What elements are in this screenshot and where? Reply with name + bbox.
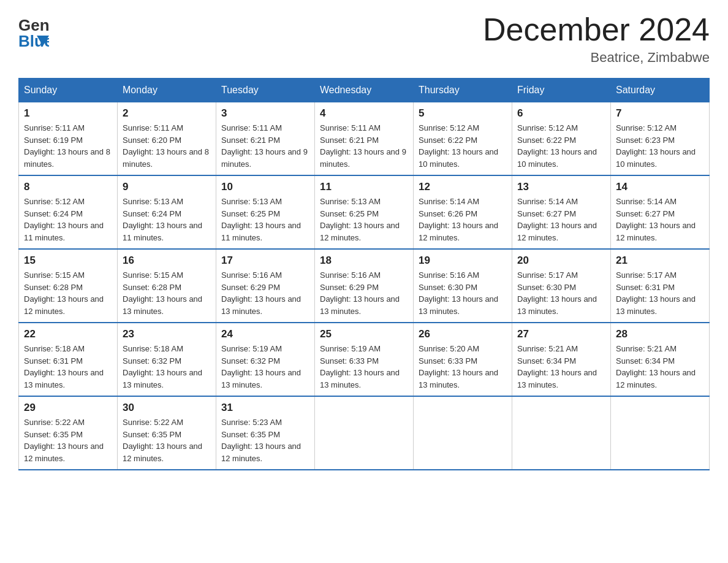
day-number: 21 <box>616 255 704 267</box>
calendar-week-row: 22 Sunrise: 5:18 AMSunset: 6:31 PMDaylig… <box>19 323 710 396</box>
day-number: 14 <box>616 181 704 193</box>
calendar-cell: 28 Sunrise: 5:21 AMSunset: 6:34 PMDaylig… <box>611 323 710 396</box>
day-number: 16 <box>123 255 211 267</box>
weekday-header-tuesday: Tuesday <box>216 79 315 102</box>
calendar-cell: 16 Sunrise: 5:15 AMSunset: 6:28 PMDaylig… <box>118 249 216 323</box>
day-info: Sunrise: 5:11 AMSunset: 6:21 PMDaylight:… <box>221 123 308 169</box>
day-info: Sunrise: 5:12 AMSunset: 6:22 PMDaylight:… <box>517 123 597 169</box>
title-area: December 2024 Beatrice, Zimbabwe <box>483 12 710 66</box>
day-number: 3 <box>221 107 309 120</box>
day-info: Sunrise: 5:19 AMSunset: 6:32 PMDaylight:… <box>221 344 301 389</box>
calendar-week-row: 15 Sunrise: 5:15 AMSunset: 6:28 PMDaylig… <box>19 249 710 323</box>
day-info: Sunrise: 5:19 AMSunset: 6:33 PMDaylight:… <box>320 344 400 389</box>
day-info: Sunrise: 5:18 AMSunset: 6:31 PMDaylight:… <box>24 344 104 389</box>
calendar-cell: 23 Sunrise: 5:18 AMSunset: 6:32 PMDaylig… <box>118 323 216 396</box>
day-info: Sunrise: 5:23 AMSunset: 6:35 PMDaylight:… <box>221 418 301 463</box>
logo: General Blue <box>18 12 49 52</box>
day-number: 28 <box>616 328 704 340</box>
weekday-header-saturday: Saturday <box>611 79 710 102</box>
day-info: Sunrise: 5:22 AMSunset: 6:35 PMDaylight:… <box>24 418 104 463</box>
weekday-header-wednesday: Wednesday <box>315 79 414 102</box>
calendar-cell: 5 Sunrise: 5:12 AMSunset: 6:22 PMDayligh… <box>414 102 512 176</box>
day-info: Sunrise: 5:20 AMSunset: 6:33 PMDaylight:… <box>419 344 498 389</box>
day-info: Sunrise: 5:21 AMSunset: 6:34 PMDaylight:… <box>517 344 597 389</box>
day-info: Sunrise: 5:11 AMSunset: 6:19 PMDaylight:… <box>24 123 110 169</box>
calendar-cell: 1 Sunrise: 5:11 AMSunset: 6:19 PMDayligh… <box>19 102 118 176</box>
day-info: Sunrise: 5:11 AMSunset: 6:20 PMDaylight:… <box>123 123 209 169</box>
day-number: 6 <box>517 107 605 120</box>
calendar-cell: 12 Sunrise: 5:14 AMSunset: 6:26 PMDaylig… <box>414 175 512 249</box>
calendar-cell: 14 Sunrise: 5:14 AMSunset: 6:27 PMDaylig… <box>611 175 710 249</box>
calendar-cell: 18 Sunrise: 5:16 AMSunset: 6:29 PMDaylig… <box>315 249 414 323</box>
calendar-cell: 8 Sunrise: 5:12 AMSunset: 6:24 PMDayligh… <box>19 175 118 249</box>
day-info: Sunrise: 5:14 AMSunset: 6:27 PMDaylight:… <box>517 197 597 242</box>
day-info: Sunrise: 5:13 AMSunset: 6:25 PMDaylight:… <box>320 197 400 242</box>
day-number: 5 <box>419 107 507 120</box>
day-number: 26 <box>419 328 507 340</box>
day-number: 2 <box>123 107 211 120</box>
calendar-cell: 31 Sunrise: 5:23 AMSunset: 6:35 PMDaylig… <box>216 396 315 470</box>
day-number: 31 <box>221 402 309 414</box>
day-info: Sunrise: 5:18 AMSunset: 6:32 PMDaylight:… <box>123 344 202 389</box>
day-number: 24 <box>221 328 309 340</box>
calendar-cell: 17 Sunrise: 5:16 AMSunset: 6:29 PMDaylig… <box>216 249 315 323</box>
day-number: 19 <box>419 255 507 267</box>
day-number: 22 <box>24 328 112 340</box>
day-info: Sunrise: 5:12 AMSunset: 6:24 PMDaylight:… <box>24 197 104 242</box>
day-info: Sunrise: 5:16 AMSunset: 6:29 PMDaylight:… <box>221 270 301 316</box>
day-info: Sunrise: 5:12 AMSunset: 6:22 PMDaylight:… <box>419 123 498 169</box>
day-info: Sunrise: 5:11 AMSunset: 6:21 PMDaylight:… <box>320 123 406 169</box>
calendar-week-row: 8 Sunrise: 5:12 AMSunset: 6:24 PMDayligh… <box>19 175 710 249</box>
day-number: 23 <box>123 328 211 340</box>
day-number: 9 <box>123 181 211 193</box>
day-number: 25 <box>320 328 408 340</box>
day-info: Sunrise: 5:21 AMSunset: 6:34 PMDaylight:… <box>616 344 696 389</box>
location-subtitle: Beatrice, Zimbabwe <box>483 50 710 66</box>
calendar-cell: 21 Sunrise: 5:17 AMSunset: 6:31 PMDaylig… <box>611 249 710 323</box>
day-number: 13 <box>517 181 605 193</box>
calendar-cell: 26 Sunrise: 5:20 AMSunset: 6:33 PMDaylig… <box>414 323 512 396</box>
day-info: Sunrise: 5:15 AMSunset: 6:28 PMDaylight:… <box>123 270 202 316</box>
calendar-cell <box>512 396 611 470</box>
day-info: Sunrise: 5:15 AMSunset: 6:28 PMDaylight:… <box>24 270 104 316</box>
calendar-cell: 2 Sunrise: 5:11 AMSunset: 6:20 PMDayligh… <box>118 102 216 176</box>
day-info: Sunrise: 5:16 AMSunset: 6:29 PMDaylight:… <box>320 270 400 316</box>
day-number: 4 <box>320 107 408 120</box>
calendar-cell: 19 Sunrise: 5:16 AMSunset: 6:30 PMDaylig… <box>414 249 512 323</box>
day-number: 27 <box>517 328 605 340</box>
calendar-cell: 3 Sunrise: 5:11 AMSunset: 6:21 PMDayligh… <box>216 102 315 176</box>
weekday-header-row: SundayMondayTuesdayWednesdayThursdayFrid… <box>19 79 710 102</box>
calendar-cell: 6 Sunrise: 5:12 AMSunset: 6:22 PMDayligh… <box>512 102 611 176</box>
calendar-cell: 30 Sunrise: 5:22 AMSunset: 6:35 PMDaylig… <box>118 396 216 470</box>
day-number: 8 <box>24 181 112 193</box>
calendar-cell: 24 Sunrise: 5:19 AMSunset: 6:32 PMDaylig… <box>216 323 315 396</box>
day-info: Sunrise: 5:17 AMSunset: 6:30 PMDaylight:… <box>517 270 597 316</box>
day-info: Sunrise: 5:12 AMSunset: 6:23 PMDaylight:… <box>616 123 696 169</box>
calendar-cell: 11 Sunrise: 5:13 AMSunset: 6:25 PMDaylig… <box>315 175 414 249</box>
calendar-cell: 15 Sunrise: 5:15 AMSunset: 6:28 PMDaylig… <box>19 249 118 323</box>
calendar-cell: 25 Sunrise: 5:19 AMSunset: 6:33 PMDaylig… <box>315 323 414 396</box>
calendar-cell: 22 Sunrise: 5:18 AMSunset: 6:31 PMDaylig… <box>19 323 118 396</box>
calendar-week-row: 29 Sunrise: 5:22 AMSunset: 6:35 PMDaylig… <box>19 396 710 470</box>
month-title: December 2024 <box>483 12 710 47</box>
calendar-cell: 4 Sunrise: 5:11 AMSunset: 6:21 PMDayligh… <box>315 102 414 176</box>
day-number: 11 <box>320 181 408 193</box>
day-number: 29 <box>24 402 112 414</box>
day-number: 18 <box>320 255 408 267</box>
day-info: Sunrise: 5:13 AMSunset: 6:25 PMDaylight:… <box>221 197 301 242</box>
weekday-header-monday: Monday <box>118 79 216 102</box>
calendar-cell <box>315 396 414 470</box>
calendar-cell: 13 Sunrise: 5:14 AMSunset: 6:27 PMDaylig… <box>512 175 611 249</box>
calendar-cell: 9 Sunrise: 5:13 AMSunset: 6:24 PMDayligh… <box>118 175 216 249</box>
calendar-cell <box>414 396 512 470</box>
day-number: 17 <box>221 255 309 267</box>
calendar-cell <box>611 396 710 470</box>
day-info: Sunrise: 5:13 AMSunset: 6:24 PMDaylight:… <box>123 197 202 242</box>
day-number: 1 <box>24 107 112 120</box>
calendar-cell: 20 Sunrise: 5:17 AMSunset: 6:30 PMDaylig… <box>512 249 611 323</box>
day-number: 10 <box>221 181 309 193</box>
calendar-week-row: 1 Sunrise: 5:11 AMSunset: 6:19 PMDayligh… <box>19 102 710 176</box>
calendar-cell: 29 Sunrise: 5:22 AMSunset: 6:35 PMDaylig… <box>19 396 118 470</box>
calendar-cell: 7 Sunrise: 5:12 AMSunset: 6:23 PMDayligh… <box>611 102 710 176</box>
day-number: 7 <box>616 107 704 120</box>
